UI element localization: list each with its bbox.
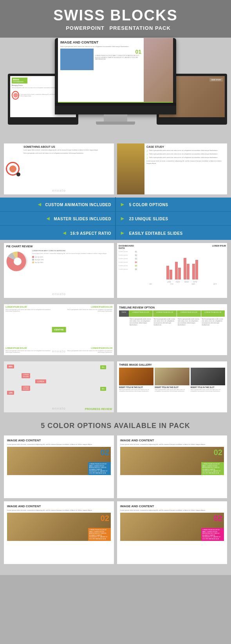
- gallery-caption-3: INSERT TITLE IN THIS SLOT Sed ut perspic…: [191, 386, 225, 392]
- pie-chart-svg: [6, 250, 29, 273]
- variant-4-title: IMAGE AND CONTENT: [120, 504, 224, 508]
- svg-rect-7: [170, 270, 172, 279]
- variant-4-body: Lorem ipsum dolor sit amet, consectetur …: [120, 509, 224, 512]
- svg-rect-12: [192, 264, 195, 279]
- variant-3-accent: Lorem ipsum dolor sit amet, consectetur …: [88, 528, 111, 541]
- feature-right-1: 5 COLOR OPTIONS: [129, 203, 168, 207]
- pie-chart-slide: PIE CHART REVIEW LOREM IPSUM AMET CONECT…: [4, 243, 114, 298]
- feature-right-2: 23 UNIQUE SLIDES: [129, 217, 168, 221]
- svg-text:MAR: MAR: [184, 281, 189, 283]
- watermark-2: envato: [52, 292, 66, 296]
- variant-4-accent-text: Lorem ipsum dolor sit amet, consectetur …: [202, 529, 223, 540]
- variant-3-num: 02: [101, 514, 109, 522]
- charts-section: PIE CHART REVIEW LOREM IPSUM AMET CONECT…: [0, 240, 231, 301]
- check-icon-1: ✓: [146, 149, 148, 152]
- gallery-title: THREE IMAGE GALLERY: [119, 363, 225, 366]
- tl-content-2: Sed ut perspiciatis unde omnis iste natu…: [154, 318, 177, 326]
- about-slide-body: Lorem ipsum dolor sit amet, consectetur …: [23, 149, 112, 151]
- bubble-lorem2: LOREM$10,000: [22, 386, 30, 391]
- dash-row-5: Lorem ipsum06: [119, 268, 137, 270]
- slide-row-about-casestudy: SOMETHING ABOUT US Lorem ipsum dolor sit…: [0, 140, 231, 198]
- variant-1-accent-text: Lorem ipsum dolor sit amet, consectetur …: [89, 463, 110, 474]
- monitor-main: IMAGE AND CONTENT Sed ut perspiciatis un…: [55, 38, 176, 114]
- arrow-left-3: ◄: [62, 230, 67, 236]
- gallery-caption-1: INSERT TITLE IN THIS SLOT Sed ut perspic…: [119, 386, 153, 392]
- cs-text-4: Lorem ipsum dolor sit amet, consectetur …: [146, 160, 225, 164]
- variant-3-title: IMAGE AND CONTENT: [7, 504, 111, 508]
- bubble-lorem3: LOREM: [35, 379, 46, 383]
- variant-orange: IMAGE AND CONTENT Lorem ipsum dolor sit …: [4, 501, 114, 564]
- dashboard-slide: DASHBOARD DATA Lorem ipsum01Lorem ipsum0…: [117, 243, 227, 298]
- about-slide-title: SOMETHING ABOUT US: [23, 145, 112, 148]
- centre-tr-text: Sed ut perspiciatis unde omnis iste natu…: [60, 309, 113, 312]
- arrow-right-2: ►: [120, 215, 125, 221]
- case-study-title: CASE STUDY: [146, 145, 225, 148]
- svg-text:FEB: FEB: [176, 281, 180, 283]
- gallery-caption-2: INSERT TITLE IN THIS SLOT Sed ut perspic…: [155, 386, 189, 392]
- variant-2-accent-text: Lorem ipsum dolor sit amet, consectetur …: [202, 463, 223, 474]
- subtitle-line2: PRESENTATION PACK: [109, 25, 170, 31]
- monitor-stand: [104, 114, 127, 122]
- progress-slide: 99% LOREM$10,000 LOREM$10,000 12% 9% 9% …: [4, 361, 114, 412]
- bubble-9a: 9%: [100, 365, 106, 369]
- feature-left-1: CUSTOM ANIMATION INCLUDED: [45, 203, 111, 207]
- dashboard-title: DASHBOARD DATA: [119, 245, 137, 249]
- variant-3-accent-text: Lorem ipsum dolor sit amet, consectetur …: [89, 529, 110, 540]
- color-variants-grid: IMAGE AND CONTENT Lorem ipsum dolor sit …: [0, 434, 231, 570]
- dash-row-3: Lorem ipsum04: [119, 261, 137, 263]
- pie-area: LOREM IPSUM AMET CONECTE ADIPISCING Lore…: [4, 249, 114, 274]
- svg-rect-8: [175, 262, 178, 279]
- main-slide-lorem: Lorem ipsum dolor sit amet, consectetur …: [95, 55, 141, 60]
- bubble-lorem1: LOREM$10,000: [22, 373, 30, 379]
- variant-4-accent: Lorem ipsum dolor sit amet, consectetur …: [201, 528, 224, 541]
- color-options-header: 5 COLOR OPTIONS AVAILABLE IN PACK: [0, 415, 231, 434]
- variant-2-accent: Lorem ipsum dolor sit amet, consectetur …: [201, 462, 224, 475]
- tl-content-3: Sed ut perspiciatis unde omnis iste natu…: [178, 318, 201, 326]
- pie-chart-title: PIE CHART REVIEW: [4, 243, 114, 249]
- dashboard-lorem: LOREM IPSUM: [140, 245, 226, 247]
- timeline-slide: TIMELINE REVIEW OPTION TOPIC LOREM IPSUM…: [117, 304, 227, 355]
- svg-rect-6: [166, 266, 169, 279]
- arrow-left-2: ◄: [45, 215, 51, 221]
- legend-dot-2: [32, 259, 34, 261]
- main-slide-body: Sed ut perspiciatis unde omnis iste natu…: [60, 45, 141, 48]
- legend-dot-1: [32, 256, 34, 258]
- variant-3-body: Lorem ipsum dolor sit amet, consectetur …: [7, 509, 111, 512]
- gallery-img-3: [191, 368, 225, 385]
- gallery-img-2: [155, 368, 189, 385]
- variant-green: IMAGE AND CONTENT Lorem ipsum dolor sit …: [117, 435, 227, 498]
- subtitle-line1: POWERPOINT: [66, 25, 105, 31]
- feature-left-2: MASTER SLIDES INCLUDED: [54, 217, 111, 221]
- three-image-gallery-slide: THREE IMAGE GALLERY INSERT TITLE IN THIS…: [117, 361, 227, 412]
- gallery-img-1: [119, 368, 153, 385]
- arrow-left-1: ◄: [37, 201, 42, 207]
- svg-rect-10: [184, 258, 186, 279]
- features-bar: ◄ CUSTOM ANIMATION INCLUDED ► 5 COLOR OP…: [0, 198, 231, 240]
- variant-pink: IMAGE AND CONTENT Lorem ipsum dolor sit …: [117, 501, 227, 564]
- pie-label-1: 1st Qtr 51%: [35, 256, 43, 258]
- centre-br-text: Sed ut perspiciatis unde omnis iste natu…: [60, 350, 113, 354]
- centre-slide: LOREM IPSUM DOLOR Sed ut perspiciatis un…: [4, 304, 114, 355]
- bubble-9b: 9%: [100, 387, 106, 391]
- case-study-slide: CASE STUDY ✓ Sed ut perspiciatis unde om…: [117, 143, 227, 194]
- color-options-title: 5 COLOR OPTIONS AVAILABLE IN PACK: [4, 422, 227, 430]
- features-row-1: ◄ CUSTOM ANIMATION INCLUDED ► 5 COLOR OP…: [0, 198, 231, 212]
- dash-row-0: Lorem ipsum01: [119, 250, 137, 253]
- legend-dot-3: [32, 261, 34, 263]
- tl-col-4: LOREM IPSUM DOLOR: [201, 310, 226, 317]
- features-row-2: ◄ MASTER SLIDES INCLUDED ► 23 UNIQUE SLI…: [0, 212, 231, 226]
- monitor-base: [96, 122, 135, 125]
- page-title: SWISS BLOCKS: [53, 7, 177, 24]
- pie-legend-3: 3rd Qtr 36%: [32, 261, 112, 263]
- centre-box-label: CENTRE: [52, 327, 66, 332]
- monitor-wrap: BRIAN DISHWASHER Managing Director Sed u…: [31, 45, 200, 135]
- bottom-slides-section: 99% LOREM$10,000 LOREM$10,000 12% 9% 9% …: [0, 358, 231, 415]
- left-monitor-title: DISHWASHER: [13, 81, 26, 83]
- centre-bl-text: Sed ut perspiciatis unde omnis iste natu…: [5, 350, 58, 354]
- dash-row-4: Lorem ipsum05: [119, 265, 137, 267]
- svg-rect-11: [187, 264, 189, 279]
- main-slide-num: 01: [95, 49, 141, 55]
- cs-text-3: Sed ut perspiciatis unde omnis iste natu…: [149, 156, 218, 158]
- pie-body: Lorem ipsum dolor sit amet, consectetur …: [32, 253, 112, 255]
- variant-blue: IMAGE AND CONTENT Lorem ipsum dolor sit …: [4, 435, 114, 498]
